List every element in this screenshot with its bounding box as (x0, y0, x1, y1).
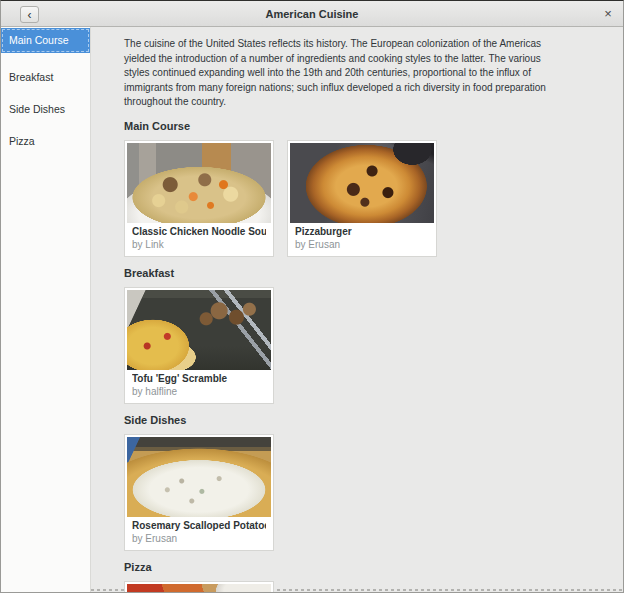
sidebar-item-main-course[interactable]: Main Course (1, 28, 90, 53)
recipe-card-text: Pizzaburger by Erusan (290, 223, 434, 254)
recipe-author: by Erusan (295, 239, 429, 250)
recipe-section-breakfast: Breakfast Tofu 'Egg' Scramble by halflin… (124, 267, 603, 404)
sidebar-item-label: Breakfast (9, 71, 53, 83)
recipe-section-main-course: Main Course Classic Chicken Noodle Soup … (124, 120, 603, 257)
content-inner: The cuisine of the United States reflect… (91, 37, 623, 592)
content-scroll-area[interactable]: The cuisine of the United States reflect… (91, 27, 623, 592)
sidebar-item-label: Pizza (9, 135, 35, 147)
section-label: Side Dishes (124, 414, 603, 427)
recipe-author: by halfline (132, 386, 266, 397)
recipe-card[interactable]: Pizzaburger by Erusan (287, 140, 437, 257)
category-sidebar: Main Course Breakfast Side Dishes Pizza (1, 27, 91, 592)
section-label: Breakfast (124, 267, 603, 280)
recipe-author: by Link (132, 239, 266, 250)
sidebar-item-pizza[interactable]: Pizza (1, 129, 90, 154)
recipe-card-text: Tofu 'Egg' Scramble by halfline (127, 370, 271, 401)
recipe-card-text: Classic Chicken Noodle Soup by Link (127, 223, 271, 254)
section-label: Main Course (124, 120, 603, 133)
rosemary-scalloped-potatoes-photo (127, 437, 271, 517)
close-button[interactable]: × (599, 5, 617, 23)
recipe-sections: Main Course Classic Chicken Noodle Soup … (124, 120, 603, 593)
app-body: Main Course Breakfast Side Dishes Pizza … (1, 27, 623, 592)
recipe-card-text: Rosemary Scalloped Potatoes by Erusan (127, 517, 271, 548)
chicken-noodle-soup-photo (127, 143, 271, 223)
recipe-card-row (124, 581, 603, 593)
cuisine-description: The cuisine of the United States reflect… (124, 37, 548, 110)
recipe-title: Rosemary Scalloped Potatoes (132, 520, 266, 532)
window-title: American Cuisine (1, 1, 623, 27)
window-close-icon: × (604, 6, 612, 21)
recipe-card-row: Tofu 'Egg' Scramble by halfline (124, 287, 603, 404)
app-window: ‹ American Cuisine × Main Course Breakfa… (0, 0, 624, 593)
recipe-title: Pizzaburger (295, 226, 429, 238)
recipe-section-pizza: Pizza (124, 561, 603, 593)
sidebar-item-label: Side Dishes (9, 103, 65, 115)
recipe-section-side-dishes: Side Dishes Rosemary Scalloped Potatoes … (124, 414, 603, 551)
sidebar-item-side-dishes[interactable]: Side Dishes (1, 97, 90, 122)
recipe-title: Classic Chicken Noodle Soup (132, 226, 266, 238)
recipe-card-row: Classic Chicken Noodle Soup by Link Pizz… (124, 140, 603, 257)
recipe-card[interactable] (124, 581, 274, 593)
recipe-card[interactable]: Tofu 'Egg' Scramble by halfline (124, 287, 274, 404)
pizzaburger-photo (290, 143, 434, 223)
recipe-author: by Erusan (132, 533, 266, 544)
recipe-card[interactable]: Classic Chicken Noodle Soup by Link (124, 140, 274, 257)
recipe-title: Tofu 'Egg' Scramble (132, 373, 266, 385)
tofu-egg-scramble-photo (127, 290, 271, 370)
titlebar[interactable]: ‹ American Cuisine × (1, 1, 623, 27)
recipe-card-row: Rosemary Scalloped Potatoes by Erusan (124, 434, 603, 551)
sidebar-item-label: Main Course (9, 34, 69, 46)
recipe-card[interactable]: Rosemary Scalloped Potatoes by Erusan (124, 434, 274, 551)
sidebar-item-breakfast[interactable]: Breakfast (1, 65, 90, 90)
pepperoni-pizza-photo (127, 584, 271, 593)
section-label: Pizza (124, 561, 603, 574)
